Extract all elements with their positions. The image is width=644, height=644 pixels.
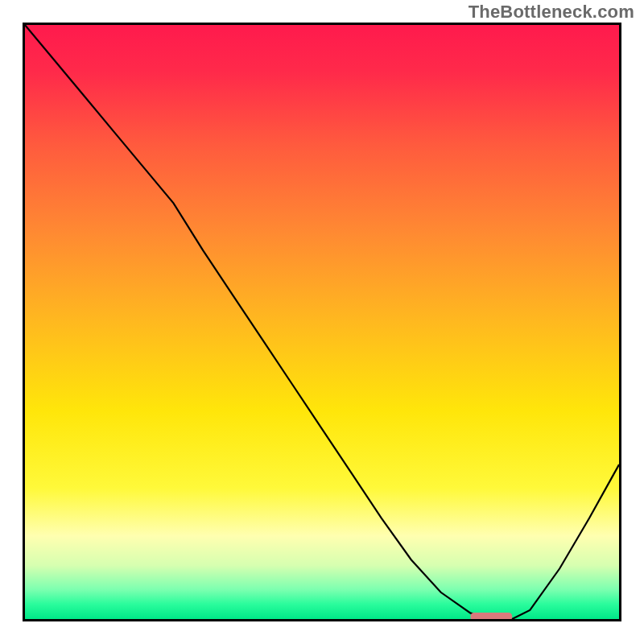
- data-curve: [25, 25, 619, 619]
- watermark-text: TheBottleneck.com: [469, 2, 634, 23]
- chart-frame: TheBottleneck.com: [0, 0, 644, 644]
- plot-area: [23, 23, 621, 621]
- marker-segment: [471, 613, 513, 619]
- curve-path: [25, 25, 619, 619]
